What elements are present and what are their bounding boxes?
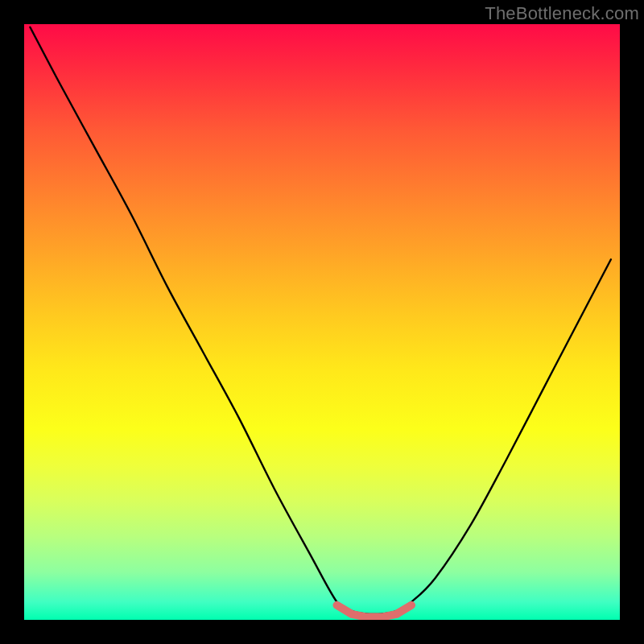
watermark-text: TheBottleneck.com [485,3,639,24]
chart-frame: TheBottleneck.com [0,0,644,644]
bottleneck-curve [30,27,611,614]
flat-region-highlight [337,605,412,617]
curve-svg [24,24,620,620]
plot-area [24,24,620,620]
